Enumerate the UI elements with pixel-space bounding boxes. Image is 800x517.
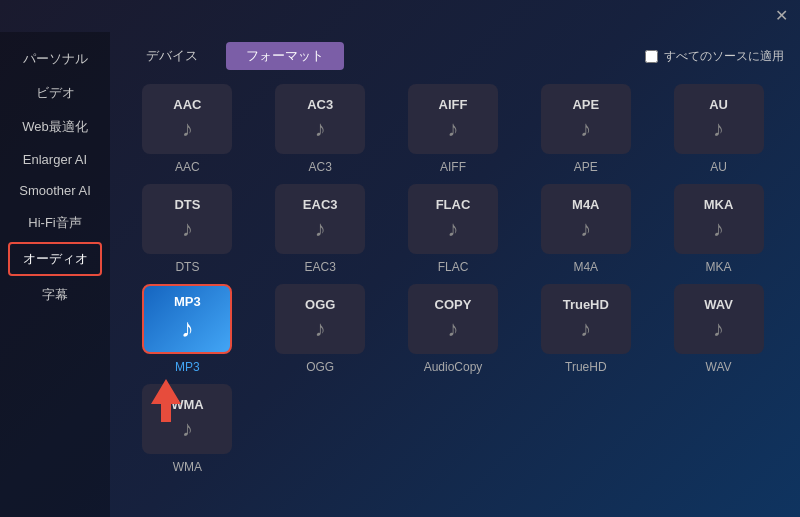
format-icon-name-copy: COPY <box>435 297 472 312</box>
content-area: デバイスフォーマット すべてのソースに適用 AAC♪AACAC3♪AC3AIFF… <box>110 32 800 517</box>
format-label-truehd: TrueHD <box>565 360 607 374</box>
format-label-dts: DTS <box>175 260 199 274</box>
format-icon-name-mka: MKA <box>704 197 734 212</box>
format-icon-copy: COPY♪ <box>408 284 498 354</box>
format-item-truehd[interactable]: TrueHD♪TrueHD <box>524 284 647 374</box>
format-wrapper-aac: AAC♪AAC <box>126 84 249 174</box>
format-label-wav: WAV <box>706 360 732 374</box>
music-note-icon-mka: ♪ <box>713 216 724 242</box>
format-icon-aiff: AIFF♪ <box>408 84 498 154</box>
format-icon-aac: AAC♪ <box>142 84 232 154</box>
format-item-eac3[interactable]: EAC3♪EAC3 <box>259 184 382 274</box>
format-icon-name-flac: FLAC <box>436 197 471 212</box>
format-icon-dts: DTS♪ <box>142 184 232 254</box>
format-item-ac3[interactable]: AC3♪AC3 <box>259 84 382 174</box>
music-note-icon-ac3: ♪ <box>315 116 326 142</box>
format-icon-name-aiff: AIFF <box>439 97 468 112</box>
format-wrapper-eac3: EAC3♪EAC3 <box>259 184 382 274</box>
format-icon-eac3: EAC3♪ <box>275 184 365 254</box>
format-label-ape: APE <box>574 160 598 174</box>
format-icon-name-wav: WAV <box>704 297 733 312</box>
format-item-wav[interactable]: WAV♪WAV <box>657 284 780 374</box>
format-wrapper-m4a: M4A♪M4A <box>524 184 647 274</box>
format-wrapper-au: AU♪AU <box>657 84 780 174</box>
svg-marker-0 <box>151 379 181 422</box>
music-note-icon-mp3: ♪ <box>181 313 194 344</box>
format-wrapper-copy: COPY♪AudioCopy <box>392 284 515 374</box>
music-note-icon-eac3: ♪ <box>315 216 326 242</box>
format-label-copy: AudioCopy <box>424 360 483 374</box>
sidebar: パーソナルビデオWeb最適化Enlarger AISmoother AIHi-F… <box>0 32 110 517</box>
format-icon-mp3: MP3♪ <box>142 284 232 354</box>
format-item-aiff[interactable]: AIFF♪AIFF <box>392 84 515 174</box>
format-icon-name-ac3: AC3 <box>307 97 333 112</box>
format-wrapper-ape: APE♪APE <box>524 84 647 174</box>
app-window: ✕ パーソナルビデオWeb最適化Enlarger AISmoother AIHi… <box>0 0 800 517</box>
top-bar: デバイスフォーマット すべてのソースに適用 <box>126 42 784 70</box>
sidebar-item-enlarger[interactable]: Enlarger AI <box>0 144 110 175</box>
format-item-flac[interactable]: FLAC♪FLAC <box>392 184 515 274</box>
music-note-icon-aiff: ♪ <box>447 116 458 142</box>
tab-group: デバイスフォーマット <box>126 42 344 70</box>
format-wrapper-wav: WAV♪WAV <box>657 284 780 374</box>
format-item-copy[interactable]: COPY♪AudioCopy <box>392 284 515 374</box>
format-item-ape[interactable]: APE♪APE <box>524 84 647 174</box>
music-note-icon-copy: ♪ <box>447 316 458 342</box>
format-label-mp3: MP3 <box>175 360 200 374</box>
title-bar: ✕ <box>0 0 800 32</box>
format-icon-flac: FLAC♪ <box>408 184 498 254</box>
main-layout: パーソナルビデオWeb最適化Enlarger AISmoother AIHi-F… <box>0 32 800 517</box>
music-note-icon-dts: ♪ <box>182 216 193 242</box>
format-wrapper-mp3: MP3♪MP3 <box>126 284 249 374</box>
format-icon-name-au: AU <box>709 97 728 112</box>
format-item-aac[interactable]: AAC♪AAC <box>126 84 249 174</box>
sidebar-item-subtitle[interactable]: 字幕 <box>0 278 110 312</box>
music-note-icon-m4a: ♪ <box>580 216 591 242</box>
format-label-aiff: AIFF <box>440 160 466 174</box>
format-wrapper-dts: DTS♪DTS <box>126 184 249 274</box>
music-note-icon-truehd: ♪ <box>580 316 591 342</box>
format-label-eac3: EAC3 <box>305 260 336 274</box>
tab-device[interactable]: デバイス <box>126 42 218 70</box>
format-icon-name-ogg: OGG <box>305 297 335 312</box>
format-icon-au: AU♪ <box>674 84 764 154</box>
format-icon-name-mp3: MP3 <box>174 294 201 309</box>
music-note-icon-ogg: ♪ <box>315 316 326 342</box>
format-label-ogg: OGG <box>306 360 334 374</box>
close-button[interactable]: ✕ <box>774 9 788 23</box>
music-note-icon-au: ♪ <box>713 116 724 142</box>
format-item-dts[interactable]: DTS♪DTS <box>126 184 249 274</box>
format-icon-m4a: M4A♪ <box>541 184 631 254</box>
music-note-icon-wav: ♪ <box>713 316 724 342</box>
format-label-ac3: AC3 <box>309 160 332 174</box>
sidebar-item-smoother[interactable]: Smoother AI <box>0 175 110 206</box>
sidebar-item-audio[interactable]: オーディオ <box>8 242 102 276</box>
red-arrow-icon <box>141 374 191 424</box>
sidebar-item-web[interactable]: Web最適化 <box>0 110 110 144</box>
apply-all-container: すべてのソースに適用 <box>645 48 784 65</box>
apply-all-label: すべてのソースに適用 <box>664 48 784 65</box>
music-note-icon-aac: ♪ <box>182 116 193 142</box>
format-label-wma: WMA <box>173 460 202 474</box>
format-label-au: AU <box>710 160 727 174</box>
format-item-mp3[interactable]: MP3♪MP3 <box>126 284 249 374</box>
apply-all-checkbox[interactable] <box>645 50 658 63</box>
format-wrapper-flac: FLAC♪FLAC <box>392 184 515 274</box>
tab-format[interactable]: フォーマット <box>226 42 344 70</box>
format-label-aac: AAC <box>175 160 200 174</box>
format-item-m4a[interactable]: M4A♪M4A <box>524 184 647 274</box>
sidebar-item-personal[interactable]: パーソナル <box>0 42 110 76</box>
format-wrapper-ac3: AC3♪AC3 <box>259 84 382 174</box>
sidebar-item-video[interactable]: ビデオ <box>0 76 110 110</box>
format-grid: AAC♪AACAC3♪AC3AIFF♪AIFFAPE♪APEAU♪AUDTS♪D… <box>126 84 784 474</box>
format-wrapper-truehd: TrueHD♪TrueHD <box>524 284 647 374</box>
format-icon-truehd: TrueHD♪ <box>541 284 631 354</box>
format-icon-ac3: AC3♪ <box>275 84 365 154</box>
format-item-mka[interactable]: MKA♪MKA <box>657 184 780 274</box>
format-icon-name-truehd: TrueHD <box>563 297 609 312</box>
format-wrapper-ogg: OGG♪OGG <box>259 284 382 374</box>
format-item-au[interactable]: AU♪AU <box>657 84 780 174</box>
format-label-mka: MKA <box>706 260 732 274</box>
format-item-ogg[interactable]: OGG♪OGG <box>259 284 382 374</box>
sidebar-item-hifi[interactable]: Hi-Fi音声 <box>0 206 110 240</box>
